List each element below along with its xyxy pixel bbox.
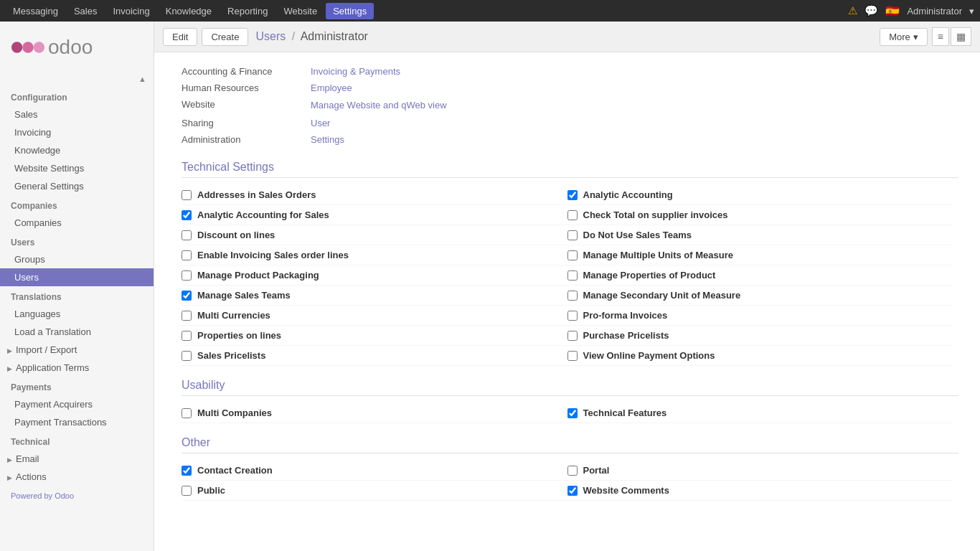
odoo-logo-icon [11, 30, 45, 65]
user-dropdown-arrow[interactable]: ▾ [969, 6, 974, 17]
nav-website[interactable]: Website [276, 3, 324, 19]
manage-sales-teams-label: Manage Sales Teams [197, 290, 567, 301]
check-total-supplier-checkbox[interactable] [567, 210, 578, 220]
website-comments-label: Website Comments [583, 485, 953, 496]
sidebar-item-actions[interactable]: Actions [0, 468, 154, 486]
setting-row: Sales Pricelists [182, 346, 567, 366]
sidebar-item-website-settings[interactable]: Website Settings [0, 159, 154, 177]
contact-creation-label: Contact Creation [197, 465, 567, 476]
sidebar-item-payment-transactions[interactable]: Payment Transactions [0, 413, 154, 431]
more-button[interactable]: More ▾ [880, 28, 928, 46]
nav-settings[interactable]: Settings [326, 3, 374, 19]
create-button[interactable]: Create [202, 28, 248, 46]
breadcrumb-separator: / [292, 30, 295, 42]
sidebar-item-users[interactable]: Users [0, 268, 154, 286]
sidebar-item-languages[interactable]: Languages [0, 305, 154, 323]
field-value-sharing: User [305, 115, 958, 131]
manage-properties-product-label: Manage Properties of Product [583, 270, 953, 281]
sidebar-item-import-export[interactable]: Import / Export [0, 341, 154, 359]
setting-row: Properties on lines [182, 326, 567, 346]
addresses-sales-orders-checkbox[interactable] [182, 190, 192, 200]
sidebar-item-load-translation[interactable]: Load a Translation [0, 323, 154, 341]
sidebar-item-companies[interactable]: Companies [0, 214, 154, 232]
other-grid: Contact Creation Public Portal [182, 461, 953, 501]
breadcrumb-users-link[interactable]: Users [255, 30, 286, 42]
manage-product-packaging-checkbox[interactable] [182, 270, 192, 281]
setting-row: Analytic Accounting [567, 185, 953, 205]
field-label-hr: Human Resources [176, 80, 305, 96]
sales-pricelists-checkbox[interactable] [182, 351, 192, 361]
sidebar-item-email[interactable]: Email [0, 450, 154, 468]
technical-features-label: Technical Features [583, 408, 953, 418]
sidebar-section-translations: Translations [0, 286, 154, 305]
usability-header: Usability [182, 379, 958, 396]
nav-invoicing[interactable]: Invoicing [105, 3, 156, 19]
sidebar-section-companies: Companies [0, 195, 154, 214]
setting-row: Technical Features [567, 403, 953, 423]
sidebar-item-payment-acquirers[interactable]: Payment Acquirers [0, 395, 154, 413]
purchase-pricelists-checkbox[interactable] [567, 331, 578, 341]
addresses-sales-orders-label: Addresses in Sales Orders [197, 189, 567, 200]
other-header: Other [182, 436, 958, 453]
breadcrumb-current: Administrator [301, 30, 368, 42]
setting-row: Manage Product Packaging [182, 265, 567, 286]
nav-reporting[interactable]: Reporting [220, 3, 275, 19]
manage-multiple-uom-label: Manage Multiple Units of Measure [583, 250, 953, 260]
sidebar-section-technical: Technical [0, 431, 154, 450]
website-comments-checkbox[interactable] [567, 486, 578, 496]
analytic-accounting-checkbox[interactable] [567, 190, 578, 200]
manage-product-packaging-label: Manage Product Packaging [197, 270, 567, 281]
sidebar-item-sales[interactable]: Sales [0, 105, 154, 123]
pro-forma-invoices-checkbox[interactable] [567, 311, 578, 321]
analytic-accounting-sales-checkbox[interactable] [182, 210, 192, 220]
properties-lines-label: Properties on lines [197, 330, 567, 341]
main-content: Accounting & Finance Invoicing & Payment… [154, 52, 980, 551]
field-label-sharing: Sharing [176, 115, 305, 131]
multi-companies-checkbox[interactable] [182, 408, 192, 418]
nav-messaging[interactable]: Messaging [6, 3, 65, 19]
edit-button[interactable]: Edit [163, 28, 197, 46]
alert-icon[interactable]: ⚠ [848, 4, 857, 17]
sidebar-item-general-settings[interactable]: General Settings [0, 177, 154, 195]
discount-lines-checkbox[interactable] [182, 230, 192, 240]
sidebar-item-groups[interactable]: Groups [0, 250, 154, 268]
language-flag[interactable]: 🇪🇸 [885, 4, 900, 18]
contact-creation-checkbox[interactable] [182, 466, 192, 476]
public-checkbox[interactable] [182, 486, 192, 496]
nav-items: Messaging Sales Invoicing Knowledge Repo… [6, 3, 848, 19]
grid-view-button[interactable]: ▦ [951, 27, 971, 46]
technical-features-checkbox[interactable] [567, 408, 578, 418]
list-view-button[interactable]: ≡ [932, 27, 949, 46]
view-online-payment-label: View Online Payment Options [583, 350, 953, 361]
chat-icon[interactable]: 💬 [864, 4, 878, 17]
check-total-supplier-label: Check Total on supplier invoices [583, 209, 953, 220]
view-toggle: ≡ ▦ [932, 27, 971, 46]
odoo-link[interactable]: Odoo [55, 491, 74, 500]
enable-invoicing-label: Enable Invoicing Sales order lines [197, 250, 567, 260]
multi-currencies-checkbox[interactable] [182, 311, 192, 321]
setting-row: Portal [567, 461, 953, 481]
sidebar-item-knowledge[interactable]: Knowledge [0, 141, 154, 159]
manage-properties-product-checkbox[interactable] [567, 270, 578, 281]
setting-row: Addresses in Sales Orders [182, 185, 567, 205]
do-not-use-sales-teams-checkbox[interactable] [567, 230, 578, 240]
properties-lines-checkbox[interactable] [182, 331, 192, 341]
user-label[interactable]: Administrator [907, 6, 962, 17]
powered-by: Powered by Odoo [0, 486, 154, 506]
sidebar-item-application-terms[interactable]: Application Terms [0, 359, 154, 377]
sidebar-scroll-up[interactable]: ▲ [138, 75, 146, 83]
tech-settings-left: Addresses in Sales Orders Analytic Accou… [182, 185, 567, 366]
manage-secondary-uom-checkbox[interactable] [567, 291, 578, 301]
field-label-accounting: Accounting & Finance [176, 63, 305, 80]
portal-checkbox[interactable] [567, 466, 578, 476]
usability-left: Multi Companies [182, 403, 567, 423]
nav-sales[interactable]: Sales [67, 3, 105, 19]
manage-multiple-uom-checkbox[interactable] [567, 250, 578, 260]
sidebar-item-invoicing[interactable]: Invoicing [0, 123, 154, 141]
odoo-text: odoo [48, 36, 93, 59]
content-area: Edit Create Users / Administrator More ▾… [154, 22, 980, 551]
enable-invoicing-checkbox[interactable] [182, 250, 192, 260]
view-online-payment-checkbox[interactable] [567, 351, 578, 361]
nav-knowledge[interactable]: Knowledge [159, 3, 219, 19]
manage-sales-teams-checkbox[interactable] [182, 291, 192, 301]
